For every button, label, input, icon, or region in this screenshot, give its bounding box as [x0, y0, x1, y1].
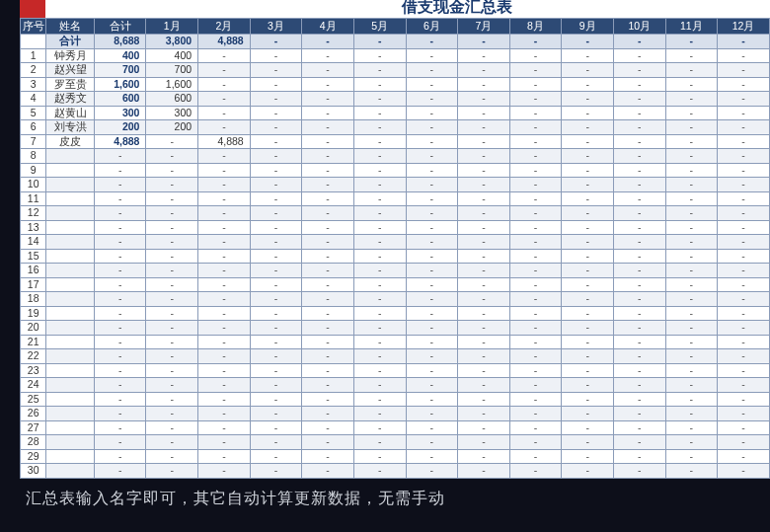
month-cell: -	[198, 77, 251, 92]
column-header: 2月	[198, 19, 251, 35]
month-cell: -	[665, 264, 718, 278]
month-cell: -	[665, 392, 718, 407]
month-cell: -	[613, 306, 665, 321]
row-total: -	[94, 392, 146, 407]
month-cell: -	[509, 120, 562, 135]
month-cell: -	[198, 420, 251, 435]
month-cell: -	[146, 264, 198, 278]
month-cell: -	[665, 134, 718, 149]
month-cell: -	[665, 407, 718, 421]
month-cell: -	[458, 306, 510, 321]
row-index: 15	[21, 249, 46, 264]
row-name	[46, 292, 95, 307]
month-cell: -	[353, 449, 406, 464]
row-index: 8	[21, 149, 46, 164]
month-cell: -	[458, 206, 510, 221]
month-cell: -	[613, 178, 665, 192]
month-cell: -	[146, 435, 198, 450]
month-cell: -	[613, 249, 665, 264]
month-cell: -	[718, 191, 770, 206]
month-cell: -	[562, 120, 614, 135]
column-header: 4月	[302, 19, 354, 35]
month-cell: -	[665, 191, 718, 206]
month-cell: -	[406, 420, 458, 435]
month-cell: -	[198, 449, 251, 464]
row-total: -	[94, 163, 146, 178]
month-cell: -	[562, 392, 614, 407]
month-cell: -	[198, 106, 251, 120]
month-cell: -	[613, 292, 665, 307]
month-cell: -	[509, 206, 562, 221]
month-cell: -	[302, 420, 354, 435]
row-index: 23	[21, 363, 46, 378]
month-cell: -	[302, 206, 354, 221]
month-cell: -	[562, 464, 614, 479]
month-cell: -	[458, 349, 510, 364]
month-cell: 3,800	[146, 35, 198, 49]
row-total: -	[94, 321, 146, 336]
column-header: 6月	[406, 19, 458, 35]
row-total: -	[94, 420, 146, 435]
month-cell: -	[718, 378, 770, 393]
row-name	[46, 449, 95, 464]
row-name	[46, 163, 95, 178]
month-cell: -	[509, 178, 562, 192]
column-header: 序号	[21, 19, 46, 35]
table-row: 27-------------	[21, 420, 770, 435]
month-cell: -	[718, 48, 770, 63]
table-row: 15-------------	[21, 249, 770, 264]
row-index: 6	[21, 120, 46, 135]
month-cell: -	[302, 235, 354, 250]
column-header: 10月	[613, 19, 665, 35]
row-name: 赵秀文	[46, 92, 95, 107]
month-cell: -	[406, 349, 458, 364]
row-name	[46, 392, 95, 407]
month-cell: -	[353, 435, 406, 450]
month-cell: -	[250, 392, 302, 407]
month-cell: -	[406, 178, 458, 192]
month-cell: -	[146, 235, 198, 250]
month-cell: -	[458, 92, 510, 107]
month-cell: -	[250, 149, 302, 164]
row-index: 22	[21, 349, 46, 364]
row-name: 刘专洪	[46, 120, 95, 135]
row-total: -	[94, 220, 146, 235]
row-total: 200	[94, 120, 146, 135]
month-cell: -	[458, 435, 510, 450]
month-cell: -	[302, 335, 354, 349]
row-index: 30	[21, 464, 46, 479]
month-cell: -	[509, 378, 562, 393]
month-cell: -	[509, 92, 562, 107]
month-cell: -	[718, 92, 770, 107]
month-cell: -	[458, 149, 510, 164]
month-cell: -	[146, 349, 198, 364]
month-cell: -	[458, 220, 510, 235]
row-index: 24	[21, 378, 46, 393]
row-index: 18	[21, 292, 46, 307]
month-cell: -	[250, 321, 302, 336]
month-cell: -	[250, 420, 302, 435]
month-cell: 400	[146, 48, 198, 63]
month-cell: -	[353, 77, 406, 92]
month-cell: -	[302, 77, 354, 92]
month-cell: -	[718, 435, 770, 450]
row-name	[46, 206, 95, 221]
table-row: 20-------------	[21, 321, 770, 336]
month-cell: -	[509, 277, 562, 292]
month-cell: -	[406, 35, 458, 49]
month-cell: -	[406, 306, 458, 321]
row-index: 2	[21, 63, 46, 78]
month-cell: -	[302, 464, 354, 479]
month-cell: -	[562, 264, 614, 278]
month-cell: -	[458, 134, 510, 149]
table-row: 23-------------	[21, 363, 770, 378]
row-index: 3	[21, 77, 46, 92]
month-cell: -	[509, 407, 562, 421]
month-cell: -	[302, 191, 354, 206]
month-cell: 700	[146, 63, 198, 78]
month-cell: -	[613, 321, 665, 336]
month-cell: 300	[146, 106, 198, 120]
month-cell: -	[353, 392, 406, 407]
month-cell: -	[406, 120, 458, 135]
month-cell: -	[302, 306, 354, 321]
